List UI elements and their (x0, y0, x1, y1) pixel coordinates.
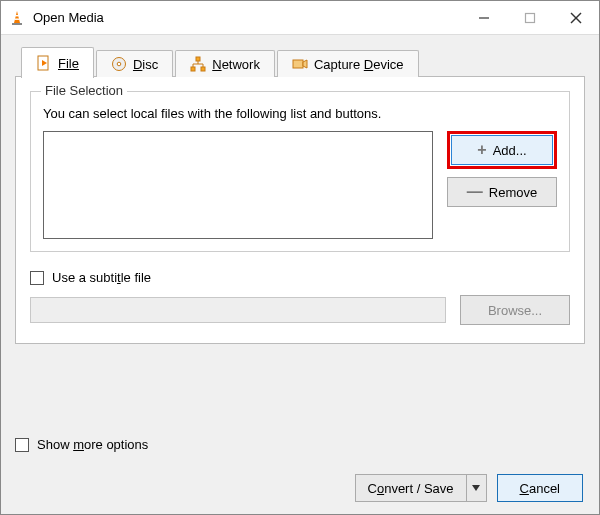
content-area: File Disc Network Capture Device (1, 35, 599, 431)
convert-save-label: Convert / Save (368, 481, 454, 496)
convert-save-split-button: Convert / Save (355, 474, 487, 502)
svg-rect-1 (12, 23, 22, 25)
svg-rect-3 (15, 18, 20, 19)
maximize-icon (524, 12, 536, 24)
subtitle-checkbox-label: Use a subtitle file (52, 270, 151, 285)
svg-point-11 (117, 62, 121, 66)
file-selection-hint: You can select local files with the foll… (43, 106, 557, 121)
open-media-window: Open Media File (0, 0, 600, 515)
svg-rect-2 (15, 15, 19, 16)
tab-file[interactable]: File (21, 47, 94, 78)
convert-save-button[interactable]: Convert / Save (355, 474, 467, 502)
tab-panel-file: File Selection You can select local file… (15, 76, 585, 344)
tab-capture-device[interactable]: Capture Device (277, 50, 419, 77)
titlebar: Open Media (1, 1, 599, 35)
footer-buttons: Convert / Save Cancel (15, 474, 585, 502)
svg-rect-12 (196, 57, 200, 61)
file-icon (36, 55, 52, 71)
remove-button[interactable]: — Remove (447, 177, 557, 207)
cancel-button[interactable]: Cancel (497, 474, 583, 502)
svg-rect-5 (526, 13, 535, 22)
minimize-button[interactable] (461, 1, 507, 34)
browse-button: Browse... (460, 295, 570, 325)
cancel-button-label: Cancel (520, 481, 560, 496)
convert-save-dropdown[interactable] (467, 474, 487, 502)
disc-icon (111, 56, 127, 72)
chevron-down-icon (472, 484, 480, 492)
network-icon (190, 56, 206, 72)
svg-marker-17 (472, 485, 480, 491)
window-controls (461, 1, 599, 34)
browse-button-label: Browse... (488, 303, 542, 318)
tab-capture-device-label: Capture Device (314, 57, 404, 72)
close-button[interactable] (553, 1, 599, 34)
tab-file-label: File (58, 56, 79, 71)
more-options-checkbox[interactable] (15, 438, 29, 452)
svg-rect-15 (293, 60, 303, 68)
lower-area: Show more options Convert / Save Cancel (1, 431, 599, 514)
subtitle-checkbox[interactable] (30, 271, 44, 285)
tabs-row: File Disc Network Capture Device (15, 45, 585, 77)
tab-network[interactable]: Network (175, 50, 275, 77)
more-options-label: Show more options (37, 437, 148, 452)
svg-rect-13 (191, 67, 195, 71)
minimize-icon (478, 12, 490, 24)
minus-icon: — (467, 184, 483, 200)
vlc-cone-icon (9, 10, 25, 26)
subtitle-checkbox-row: Use a subtitle file (30, 270, 570, 285)
add-button[interactable]: + Add... (451, 135, 553, 165)
plus-icon: + (477, 142, 486, 158)
svg-marker-16 (303, 60, 307, 68)
window-title: Open Media (33, 10, 104, 25)
subtitle-path-input (30, 297, 446, 323)
close-icon (570, 12, 582, 24)
tab-network-label: Network (212, 57, 260, 72)
remove-button-label: Remove (489, 185, 537, 200)
add-button-label: Add... (493, 143, 527, 158)
capture-device-icon (292, 56, 308, 72)
add-button-highlight: + Add... (447, 131, 557, 169)
file-selection-group: File Selection You can select local file… (30, 91, 570, 252)
svg-marker-0 (14, 11, 20, 23)
maximize-button[interactable] (507, 1, 553, 34)
tab-disc-label: Disc (133, 57, 158, 72)
svg-rect-14 (201, 67, 205, 71)
tab-disc[interactable]: Disc (96, 50, 173, 77)
file-list[interactable] (43, 131, 433, 239)
file-selection-legend: File Selection (41, 83, 127, 98)
